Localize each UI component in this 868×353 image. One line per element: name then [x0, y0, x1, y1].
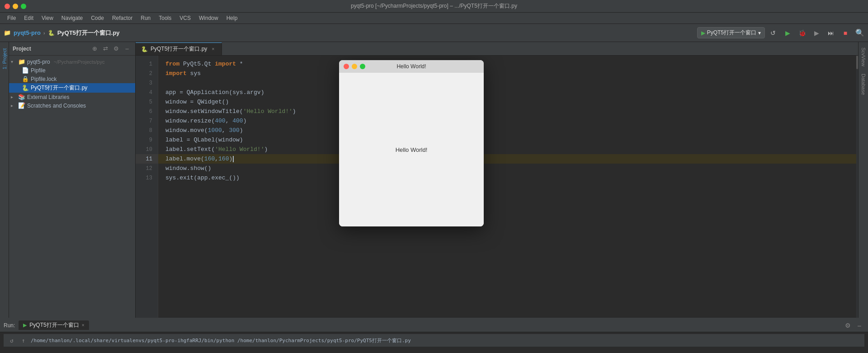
code-line-13: sys.exit(app.exec_()) — [158, 173, 858, 183]
minimize-button[interactable] — [13, 4, 18, 9]
menu-navigate[interactable]: Navigate — [58, 14, 86, 22]
preview-hello-text: Hello World! — [396, 146, 428, 153]
panel-settings-button[interactable]: ⚙ — [112, 44, 121, 53]
project-icon: 📁 — [18, 58, 25, 65]
tab-close-icon[interactable]: × — [210, 46, 216, 52]
preview-titlebar: Hello World! — [339, 60, 484, 73]
code-labelmove2: , — [215, 155, 218, 162]
menu-vcs[interactable]: VCS — [176, 14, 194, 22]
line-num-3: 3 — [136, 78, 158, 88]
panel-sync-button[interactable]: ⇄ — [101, 44, 110, 53]
tree-label-pyqt5-file: PyQT5打开一个窗口.py — [31, 84, 87, 92]
code-line-9: label = QLabel(window) — [158, 135, 858, 145]
pipfile-icon: 📄 — [22, 67, 29, 74]
stop-button[interactable]: ■ — [839, 27, 852, 39]
code-star: * — [236, 61, 243, 67]
panel-title: Project — [13, 46, 90, 52]
step-over-button[interactable]: ⏭ — [825, 27, 837, 39]
search-everywhere-button[interactable]: 🔍 — [855, 28, 864, 37]
database-tab[interactable]: Database — [860, 70, 867, 99]
editor-tab-pyqt5[interactable]: 🐍 PyQT5打开一个窗口.py × — [136, 42, 222, 55]
run-with-coverage[interactable]: ▶ — [810, 27, 823, 39]
breadcrumb-file[interactable]: PyQT5打开一个窗口.py — [57, 29, 120, 37]
run-collapse-button[interactable]: – — [854, 320, 864, 330]
preview-min-btn[interactable] — [352, 64, 357, 69]
run-config-dropdown[interactable]: ▶ PyQT5打开一个窗口 ▾ — [697, 27, 765, 38]
project-tree: ▾ 📁 pyqt5-pro ~/PycharmProjects/pyc 📄 Pi… — [9, 56, 135, 318]
preview-traffic-lights — [344, 64, 365, 69]
run-settings-button[interactable]: ⚙ — [843, 320, 853, 330]
hello-world-preview[interactable]: Hello World! Hello World! — [339, 60, 484, 226]
code-container: 1 2 3 4 5 6 7 8 9 10 11 12 13 — [136, 56, 858, 318]
code-num-160a: 160 — [204, 155, 215, 162]
panel-add-button[interactable]: ⊕ — [90, 44, 99, 53]
run-up-icon[interactable]: ↑ — [19, 336, 28, 345]
close-button[interactable] — [5, 4, 10, 9]
code-num-1000: 1000 — [208, 127, 222, 134]
run-button[interactable]: ▶ — [781, 27, 794, 39]
line-num-1: 1 — [136, 59, 158, 69]
code-line-4: app = QApplication(sys.argv) — [158, 88, 858, 97]
panel-close-button[interactable]: – — [123, 44, 132, 53]
code-line-2: import sys — [158, 69, 858, 78]
code-pyqt5: PyQt5.Qt — [179, 61, 215, 67]
menu-window[interactable]: Window — [195, 14, 222, 22]
run-tab-close-icon[interactable]: × — [82, 323, 85, 328]
tree-item-external-libs[interactable]: ▸ 📚 External Libraries — [9, 93, 135, 101]
code-sys: sys — [187, 70, 201, 77]
menu-help[interactable]: Help — [223, 14, 241, 22]
code-settext2: ) — [264, 146, 268, 153]
code-move2: , — [222, 127, 229, 134]
line-numbers: 1 2 3 4 5 6 7 8 9 10 11 12 13 — [136, 56, 158, 318]
keyword-import: import — [215, 61, 236, 67]
tree-label-root: pyqt5-pro — [27, 59, 50, 65]
run-tab[interactable]: ▶ PyQT5打开一个窗口 × — [19, 320, 89, 330]
tree-item-pipfile-lock[interactable]: 🔒 Pipfile.lock — [9, 75, 135, 83]
tree-item-pyqt5-file[interactable]: 🐍 PyQT5打开一个窗口.py — [9, 83, 135, 93]
scratches-icon: 📝 — [18, 102, 25, 109]
menu-edit[interactable]: Edit — [20, 14, 37, 22]
code-settext1: label.setText( — [165, 146, 215, 153]
breadcrumb-separator: › — [43, 30, 45, 36]
editor[interactable]: 1 2 3 4 5 6 7 8 9 10 11 12 13 — [136, 56, 858, 318]
run-tab-bar: Run: ▶ PyQT5打开一个窗口 × ⚙ – — [0, 319, 868, 332]
menu-refactor[interactable]: Refactor — [108, 14, 136, 22]
code-num-400b: 400 — [232, 118, 243, 124]
line-num-13: 13 — [136, 173, 158, 183]
code-line-8: window.move( 1000 , 300 ) — [158, 126, 858, 135]
code-labelmove1: label.move( — [165, 155, 204, 162]
menu-tools[interactable]: Tools — [155, 14, 175, 22]
preview-max-btn[interactable] — [360, 64, 365, 69]
run-output: ↺ ↑ /home/thanlon/.local/share/virtualen… — [0, 332, 868, 353]
maximize-button[interactable] — [21, 4, 26, 9]
tree-item-root[interactable]: ▾ 📁 pyqt5-pro ~/PycharmProjects/pyc — [9, 57, 135, 66]
keyword-from: from — [165, 61, 179, 67]
right-panel: ScvView Database — [858, 42, 868, 318]
project-tab[interactable]: 1: Project — [1, 45, 8, 73]
reload-button[interactable]: ↺ — [767, 27, 779, 39]
menu-file[interactable]: File — [4, 14, 19, 22]
menu-view[interactable]: View — [38, 14, 57, 22]
scroll-indicator — [856, 56, 858, 318]
tree-item-pipfile[interactable]: 📄 Pipfile — [9, 66, 135, 75]
preview-close-btn[interactable] — [344, 64, 349, 69]
code-line-3 — [158, 78, 858, 88]
code-line-7: window.resize( 400 , 400 ) — [158, 116, 858, 126]
line-num-7: 7 — [136, 116, 158, 126]
debug-button[interactable]: 🐞 — [796, 27, 808, 39]
line-num-8: 8 — [136, 126, 158, 135]
run-tab-label: PyQT5打开一个窗口 — [29, 321, 79, 329]
code-label1: label = QLabel(window) — [165, 136, 243, 143]
panel-actions: ⊕ ⇄ ⚙ – — [90, 44, 132, 53]
code-exit: sys.exit(app.exec_()) — [165, 174, 240, 181]
tree-item-scratches[interactable]: ▸ 📝 Scratches and Consoles — [9, 101, 135, 110]
menu-code[interactable]: Code — [87, 14, 108, 22]
run-restart-icon[interactable]: ↺ — [7, 336, 16, 345]
scvview-tab[interactable]: ScvView — [860, 44, 867, 70]
menu-run[interactable]: Run — [137, 14, 154, 22]
main-content: 1: Project Project ⊕ ⇄ ⚙ – ▾ 📁 pyqt5-pro… — [0, 42, 868, 318]
expand-arrow-scratch-icon: ▸ — [11, 103, 16, 108]
code-window: window = QWidget() — [165, 99, 229, 105]
breadcrumb-project[interactable]: pyqt5-pro — [14, 29, 41, 36]
code-lines[interactable]: from PyQt5.Qt import * import sys app = … — [158, 56, 858, 318]
